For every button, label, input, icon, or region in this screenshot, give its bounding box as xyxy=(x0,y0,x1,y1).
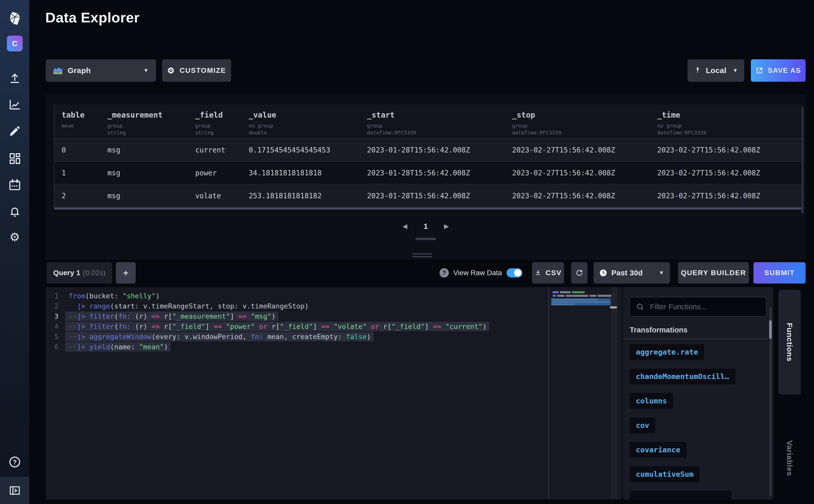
search-icon xyxy=(636,302,644,311)
tab-functions[interactable]: Functions xyxy=(778,290,801,395)
next-page-button[interactable]: ▶ xyxy=(444,223,449,230)
chevron-down-icon: ▼ xyxy=(659,270,664,276)
calendar-icon xyxy=(8,178,22,192)
code-line[interactable]: 3··|> filter(fn: (r) => r["_measurement"… xyxy=(46,311,622,321)
clock-icon xyxy=(599,269,607,277)
pin-icon xyxy=(694,66,702,75)
pencil-icon xyxy=(8,124,22,138)
query-toolbar: Query 1 (0.02s) + ? View Raw Data CSV xyxy=(47,262,806,284)
download-icon xyxy=(534,269,542,277)
dashboards-icon xyxy=(8,152,22,165)
column-header: _timeno groupdateTime:RFC3339 xyxy=(657,104,802,138)
graph-type-label: Graph xyxy=(68,66,91,75)
area-chart-icon xyxy=(53,66,63,75)
column-header: tablemean xyxy=(62,104,107,138)
influx-cubo-logo[interactable] xyxy=(0,7,29,30)
column-header: _measurementgroupstring xyxy=(107,104,195,138)
table-row: 0msgcurrent0.171545454545454532023-01-28… xyxy=(54,139,802,162)
editor-minimap-divider xyxy=(549,287,549,499)
sidebar-expand-button[interactable] xyxy=(0,477,29,504)
function-chip[interactable]: chandeMomentumOscill… xyxy=(630,369,735,384)
submit-button[interactable]: SUBMIT xyxy=(753,262,806,284)
add-query-button[interactable]: + xyxy=(116,262,136,284)
flux-code-editor[interactable]: 1from(bucket: "shelly")2 |> range(start:… xyxy=(46,287,622,499)
table-row: 2msgvolate253.18181818181822023-01-28T15… xyxy=(54,185,802,207)
visualization-toolbar: Graph ▼ ⚙ CUSTOMIZE Local ▼ SAVE AS xyxy=(46,59,806,82)
sidebar-item-settings[interactable]: ⚙ xyxy=(0,228,29,246)
panel-resize-handle[interactable] xyxy=(412,253,432,259)
function-chip[interactable]: columns xyxy=(630,393,673,409)
code-line[interactable]: 6··|> yield(name: "mean") xyxy=(46,342,622,352)
query-duration: (0.02s) xyxy=(83,269,106,277)
csv-download-button[interactable]: CSV xyxy=(532,262,564,284)
column-header: _startgroupdateTime:RFC3339 xyxy=(367,104,512,138)
toggle-knob xyxy=(514,269,521,276)
sidebar-item-tasks[interactable] xyxy=(0,176,29,194)
save-as-button[interactable]: SAVE AS xyxy=(751,59,806,82)
cubo-logo-icon xyxy=(7,11,23,26)
time-range-dropdown[interactable]: Past 30d ▼ xyxy=(594,262,670,284)
refresh-button[interactable] xyxy=(571,262,587,284)
function-chip[interactable]: cumulativeSum xyxy=(630,466,700,482)
tab-variables[interactable]: Variables xyxy=(778,430,801,486)
code-line[interactable]: 5··|> aggregateWindow(every: v.windowPer… xyxy=(46,331,622,342)
column-header: _stopgroupdateTime:RFC3339 xyxy=(512,104,657,138)
table-row: 1msgpower34.181818181818182023-01-28T15:… xyxy=(54,162,802,185)
raw-data-table: tablemean_measurementgroupstring_fieldgr… xyxy=(54,104,802,209)
graph-type-dropdown[interactable]: Graph ▼ xyxy=(46,59,156,82)
function-chip-partial[interactable] xyxy=(630,491,732,499)
graph-icon xyxy=(8,98,22,111)
indent-guide xyxy=(82,302,82,352)
account-avatar[interactable]: C xyxy=(7,36,23,51)
refresh-icon xyxy=(575,269,583,277)
functions-scrollbar-thumb[interactable] xyxy=(769,320,772,339)
code-line[interactable]: 2 |> range(start: v.timeRangeStart, stop… xyxy=(46,301,622,311)
upload-icon xyxy=(8,71,22,85)
editor-scrollbar-track[interactable] xyxy=(611,287,617,499)
sidebar-item-help[interactable]: ? xyxy=(0,453,29,471)
pagination: ◀ 1 ▶ xyxy=(46,222,806,231)
timezone-dropdown[interactable]: Local ▼ xyxy=(687,59,744,82)
table-horizontal-scrollbar[interactable] xyxy=(54,207,802,209)
column-header: _fieldgroupstring xyxy=(195,104,249,138)
function-chip[interactable]: cov xyxy=(630,417,655,433)
filter-functions-search xyxy=(629,297,767,317)
csv-label: CSV xyxy=(545,269,562,277)
current-page-number[interactable]: 1 xyxy=(424,222,428,231)
timezone-label: Local xyxy=(706,66,726,75)
data-explorer-page: C xyxy=(0,0,814,504)
export-icon xyxy=(755,66,764,75)
gear-icon: ⚙ xyxy=(167,66,175,75)
pagination-indicator-bar xyxy=(416,238,436,240)
question-circle-icon[interactable]: ? xyxy=(439,267,450,278)
sidebar-item-load-data[interactable] xyxy=(0,69,29,87)
filter-functions-input[interactable] xyxy=(650,303,760,311)
sidebar-item-notebooks[interactable] xyxy=(0,122,29,140)
time-range-label: Past 30d xyxy=(611,269,643,277)
function-chip[interactable]: aggregate.rate xyxy=(630,344,704,360)
table-vertical-scrollbar[interactable] xyxy=(802,107,804,214)
query-tab[interactable]: Query 1 (0.02s) xyxy=(47,262,112,284)
code-line[interactable]: 1from(bucket: "shelly") xyxy=(46,291,622,301)
customize-label: CUSTOMIZE xyxy=(180,66,226,75)
view-raw-data-label: View Raw Data xyxy=(453,269,502,277)
help-icon: ? xyxy=(8,455,22,469)
table-header-row: tablemean_measurementgroupstring_fieldgr… xyxy=(54,104,802,139)
function-list: aggregate.ratechandeMomentumOscill…colum… xyxy=(630,344,766,499)
sidebar-item-dashboards[interactable] xyxy=(0,150,29,167)
query-builder-button[interactable]: QUERY BUILDER xyxy=(678,262,749,284)
sidebar-item-data-explorer[interactable] xyxy=(0,96,29,114)
prev-page-button[interactable]: ◀ xyxy=(403,223,407,230)
view-raw-data-toggle[interactable] xyxy=(507,268,522,277)
sidebar-item-alerts[interactable] xyxy=(0,203,29,220)
function-chip[interactable]: covariance xyxy=(630,442,686,458)
svg-text:?: ? xyxy=(442,269,446,276)
editor-minimap[interactable] xyxy=(551,287,611,499)
gear-icon: ⚙ xyxy=(9,231,20,243)
chevron-down-icon: ▼ xyxy=(733,67,738,74)
code-line[interactable]: 4··|> filter(fn: (r) => r["_field"] == "… xyxy=(46,321,622,331)
save-as-label: SAVE AS xyxy=(768,66,801,75)
editor-scrollbar-thumb[interactable] xyxy=(610,306,617,309)
chevron-down-icon: ▼ xyxy=(143,67,149,74)
customize-button[interactable]: ⚙ CUSTOMIZE xyxy=(162,59,231,82)
